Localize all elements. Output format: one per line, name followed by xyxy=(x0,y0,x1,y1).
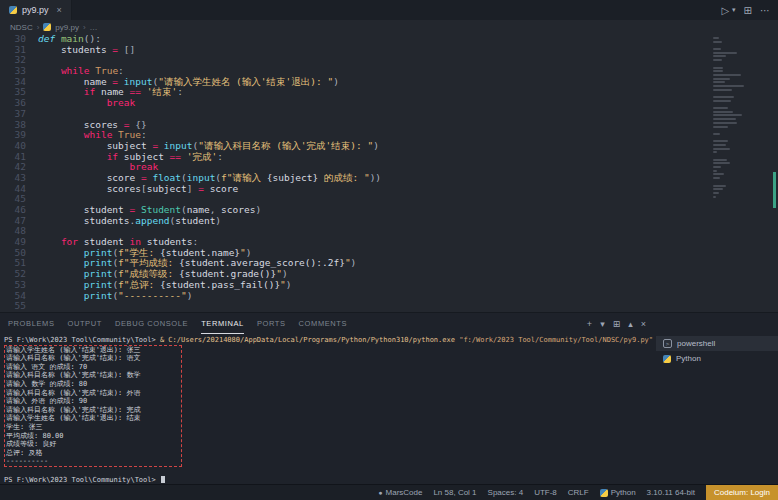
shell-icon: > xyxy=(663,339,672,348)
breadcrumb-folder[interactable]: NDSC xyxy=(10,23,33,32)
code-lines: 30def main():31 students = []32 33 while… xyxy=(0,34,778,312)
tab-close-icon[interactable]: × xyxy=(57,5,62,15)
minimap-line xyxy=(713,114,742,116)
panel-tab-terminal[interactable]: TERMINAL xyxy=(201,313,244,334)
terminal-output-line: 学生: 张三 xyxy=(6,423,181,432)
minimap-line xyxy=(713,74,741,76)
panel-tab-problems[interactable]: PROBLEMS xyxy=(8,313,54,334)
minimap-line xyxy=(713,122,737,124)
minimap-line xyxy=(713,144,726,146)
bottom-panel: PROBLEMSOUTPUTDEBUG CONSOLETERMINALPORTS… xyxy=(0,312,778,484)
minimap-line xyxy=(713,118,736,120)
minimap-line xyxy=(713,162,730,164)
status-python[interactable]: Python xyxy=(600,488,636,497)
minimap-line xyxy=(713,78,730,80)
terminal-output-line: 平均成绩: 80.00 xyxy=(6,432,181,441)
terminal[interactable]: PS F:\Work\2023 Tool\Community\Tool> & C… xyxy=(0,334,654,484)
minimap-line xyxy=(713,52,737,54)
status-crlf[interactable]: CRLF xyxy=(568,488,589,497)
terminal-output-line: 总评: 及格 xyxy=(6,449,181,458)
minimap-line xyxy=(713,173,724,175)
minimap-line xyxy=(713,107,728,109)
terminal-output-line: 请输入 语文 的成绩: 70 xyxy=(6,363,181,372)
breadcrumb-symbol[interactable]: … xyxy=(90,23,98,32)
panel-tab-comments[interactable]: COMMENTS xyxy=(299,313,348,334)
minimap-line xyxy=(713,55,726,57)
close-panel-icon[interactable]: × xyxy=(641,319,646,329)
terminal-output-line: 请输入科目名称 (输入'完成'结束): 数学 xyxy=(6,371,181,380)
panel-tab-debug-console[interactable]: DEBUG CONSOLE xyxy=(115,313,188,334)
terminal-output-line: 成绩等级: 良好 xyxy=(6,440,181,449)
minimap-line xyxy=(713,70,723,72)
minimap-line xyxy=(713,96,734,98)
editor-tab-py9[interactable]: py9.py × xyxy=(0,0,72,20)
run-dropdown-icon[interactable]: ▾ xyxy=(732,6,736,14)
status-bar-right: ●MarsCodeLn 58, Col 1Spaces: 4UTF-8CRLFP… xyxy=(378,485,778,500)
minimap-line xyxy=(713,85,744,87)
minimap-line xyxy=(713,67,723,69)
terminal-output-line: 请输入科目名称 (输入'完成'结束): 外语 xyxy=(6,389,181,398)
python-icon xyxy=(600,489,608,497)
minimap-line xyxy=(713,170,717,172)
minimap-line xyxy=(713,59,722,61)
overview-ruler-marker xyxy=(773,172,776,208)
split-terminal-icon[interactable]: ⊞ xyxy=(613,319,621,329)
new-terminal-icon[interactable]: + xyxy=(587,319,592,329)
panel-actions: + ▾ ⊞ ▴ × xyxy=(587,319,646,329)
status-utf-8[interactable]: UTF-8 xyxy=(534,488,557,497)
minimap-line xyxy=(713,126,728,128)
panel-header: PROBLEMSOUTPUTDEBUG CONSOLETERMINALPORTS… xyxy=(0,313,778,334)
maximize-panel-icon[interactable]: ▴ xyxy=(628,319,633,329)
panel-tab-output[interactable]: OUTPUT xyxy=(67,313,101,334)
more-actions-icon[interactable]: ⋯ xyxy=(760,5,770,16)
status-spaces-4[interactable]: Spaces: 4 xyxy=(488,488,524,497)
vscode-window: py9.py × ▷ ▾ ⊞ ⋯ NDSC › py9.py › … 30def… xyxy=(0,0,778,500)
minimap-line xyxy=(713,48,721,50)
terminal-profile-dropdown-icon[interactable]: ▾ xyxy=(600,319,605,329)
terminal-prompt: PS F:\Work\2023 Tool\Community\Tool> xyxy=(4,476,160,485)
terminal-session-python[interactable]: Python xyxy=(656,351,778,366)
minimap-line xyxy=(713,140,728,142)
breadcrumb-file[interactable]: py9.py xyxy=(55,23,79,32)
editor-actions: ▷ ▾ ⊞ ⋯ xyxy=(721,0,770,20)
terminal-output-line: 请输入科目名称 (输入'完成'结束): 语文 xyxy=(6,354,181,363)
minimap-line xyxy=(713,188,723,190)
panel-tab-ports[interactable]: PORTS xyxy=(257,313,286,334)
minimap-line xyxy=(713,151,717,153)
minimap-line xyxy=(713,133,720,135)
split-editor-icon[interactable]: ⊞ xyxy=(744,5,752,16)
code-line: 31 students = [] xyxy=(0,45,778,56)
minimap-line xyxy=(713,37,719,39)
code-line: 36 break xyxy=(0,98,778,109)
terminal-list: >powershellPython xyxy=(656,334,778,484)
status-bar: ●MarsCodeLn 58, Col 1Spaces: 4UTF-8CRLFP… xyxy=(0,484,778,500)
status-marscode[interactable]: ●MarsCode xyxy=(378,488,422,497)
status-ln-58-col-1[interactable]: Ln 58, Col 1 xyxy=(433,488,476,497)
minimap-line xyxy=(713,111,733,113)
code-line: 44 scores[subject] = score xyxy=(0,184,778,195)
chevron-right-icon: › xyxy=(37,23,40,32)
terminal-command-line: PS F:\Work\2023 Tool\Community\Tool> & C… xyxy=(4,336,654,345)
terminal-prompt-row: PS F:\Work\2023 Tool\Community\Tool> xyxy=(4,476,654,485)
python-icon xyxy=(663,355,671,363)
minimap-line xyxy=(713,100,731,102)
run-python-file-icon[interactable]: ▷ xyxy=(721,5,729,16)
status-items: ●MarsCodeLn 58, Col 1Spaces: 4UTF-8CRLFP… xyxy=(378,488,695,497)
terminal-output-line: 请输入学生姓名 (输入'结束'退出): 结束 xyxy=(6,414,181,423)
terminal-session-powershell[interactable]: >powershell xyxy=(656,336,778,351)
annotation-box: 请输入学生姓名 (输入'结束'退出): 张三请输入科目名称 (输入'完成'结束)… xyxy=(4,345,182,467)
minimap-line xyxy=(713,166,721,168)
minimap-line xyxy=(713,148,730,150)
terminal-output-line: 请输入学生姓名 (输入'结束'退出): 张三 xyxy=(6,346,181,355)
breadcrumb[interactable]: NDSC › py9.py › … xyxy=(0,20,778,34)
panel-tabs: PROBLEMSOUTPUTDEBUG CONSOLETERMINALPORTS… xyxy=(8,313,360,334)
python-file-icon xyxy=(9,6,17,14)
code-line: 55 xyxy=(0,301,778,312)
status-3-10-11-64-bit[interactable]: 3.10.11 64-bit xyxy=(647,488,695,497)
code-editor[interactable]: 30def main():31 students = []32 33 while… xyxy=(0,34,778,312)
terminal-cursor xyxy=(161,476,165,483)
marscode-icon: ● xyxy=(378,489,382,496)
minimap[interactable] xyxy=(713,37,769,199)
terminal-output-line: 请输入 外语 的成绩: 90 xyxy=(6,397,181,406)
codeium-login-badge[interactable]: Codeium: Login xyxy=(706,485,778,500)
